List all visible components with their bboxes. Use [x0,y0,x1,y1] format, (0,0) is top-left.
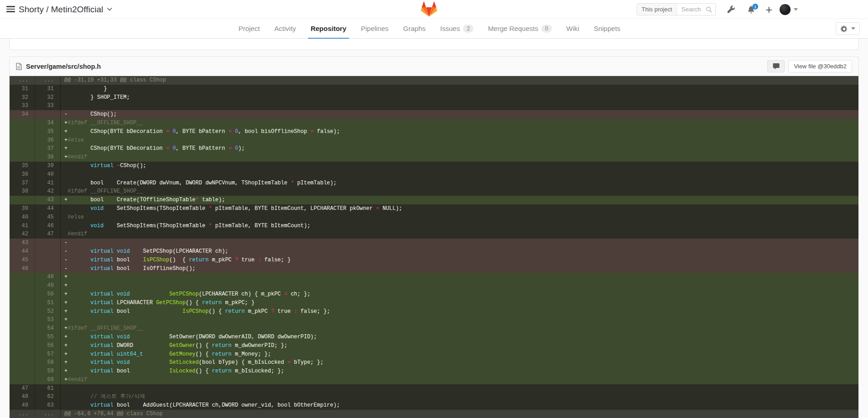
old-line-number[interactable] [10,196,35,204]
new-line-number[interactable] [35,239,61,247]
new-plus-icon[interactable]: + [765,5,772,14]
new-line-number[interactable]: 42 [35,187,61,196]
old-line-number[interactable]: 46 [10,265,35,273]
comment-button[interactable] [767,60,785,72]
new-line-number[interactable]: 33 [35,102,61,110]
old-line-number[interactable] [10,307,35,316]
new-line-number[interactable]: 47 [35,230,61,239]
old-line-number[interactable] [10,127,35,136]
new-line-number[interactable]: 58 [35,358,61,367]
old-line-number[interactable]: 31 [10,85,35,93]
new-line-number[interactable]: 32 [35,93,61,102]
new-line-number[interactable] [35,110,61,119]
old-line-number[interactable] [10,290,35,299]
view-file-button[interactable]: View file @30eddb2 [788,60,852,72]
new-line-number[interactable]: 57 [35,350,61,359]
new-line-number[interactable]: 31 [35,85,61,93]
old-line-number[interactable] [10,119,35,127]
new-line-number[interactable]: 59 [35,367,61,376]
new-line-number[interactable]: 54 [35,324,61,333]
old-line-number[interactable]: 47 [10,384,35,393]
tab-project[interactable]: Project [231,19,267,38]
new-line-number[interactable]: 34 [35,119,61,127]
gitlab-logo-icon[interactable] [421,1,437,17]
new-line-number[interactable]: 48 [35,273,61,281]
new-line-number[interactable]: 41 [35,179,61,188]
old-line-number[interactable]: 39 [10,204,35,213]
old-line-number[interactable]: 43 [10,239,35,247]
old-line-number[interactable] [10,281,35,290]
old-line-number[interactable]: 34 [10,110,35,119]
code-token: NULL); [379,205,402,212]
new-line-number[interactable]: 52 [35,307,61,316]
new-line-number[interactable]: 49 [35,281,61,290]
old-line-number[interactable]: 49 [10,401,35,410]
new-line-number[interactable]: 36 [35,136,61,145]
new-line-number[interactable] [35,256,61,265]
new-line-number[interactable]: 38 [35,153,61,162]
old-line-number[interactable] [10,350,35,359]
new-line-number[interactable]: 37 [35,144,61,153]
new-line-number[interactable]: 43 [35,196,61,204]
tab-repository[interactable]: Repository [303,19,354,38]
old-line-number[interactable] [10,333,35,342]
old-line-number[interactable]: 42 [10,230,35,239]
new-line-number[interactable]: 44 [35,204,61,213]
user-avatar[interactable] [779,4,791,15]
new-line-number[interactable]: 46 [35,222,61,230]
tab-pipelines[interactable]: Pipelines [354,19,396,38]
old-line-number[interactable]: 41 [10,222,35,230]
new-line-number[interactable]: 50 [35,290,61,299]
old-line-number[interactable] [10,299,35,307]
diff-line-content: virtual ~CShop(); [61,162,858,170]
old-line-number[interactable] [10,136,35,145]
new-line-number[interactable] [35,247,61,256]
new-line-number[interactable]: 45 [35,213,61,222]
new-line-number[interactable] [35,265,61,273]
hamburger-menu-icon[interactable] [6,6,15,12]
tab-issues[interactable]: Issues2 [433,19,481,38]
new-line-number[interactable]: 51 [35,299,61,307]
old-line-number[interactable] [10,358,35,367]
code-token: () { [169,257,189,263]
tab-snippets[interactable]: Snippets [586,19,627,38]
new-line-number[interactable]: 40 [35,170,61,179]
new-line-number[interactable]: 55 [35,333,61,342]
new-line-number[interactable]: 56 [35,342,61,350]
old-line-number[interactable] [10,316,35,324]
tab-activity[interactable]: Activity [267,19,303,38]
new-line-number[interactable]: 63 [35,401,61,410]
tab-graphs[interactable]: Graphs [396,19,433,38]
old-line-number[interactable] [10,144,35,153]
old-line-number[interactable]: 44 [10,247,35,256]
new-line-number[interactable]: 35 [35,127,61,136]
old-line-number[interactable]: 40 [10,213,35,222]
old-line-number[interactable] [10,367,35,376]
old-line-number[interactable]: 36 [10,170,35,179]
old-line-number[interactable] [10,273,35,281]
notifications-bell-icon[interactable]: 1 [747,5,755,14]
old-line-number[interactable]: 35 [10,162,35,170]
old-line-number[interactable] [10,376,35,384]
project-title-dropdown[interactable]: Shorty / Metin2Official [19,0,112,19]
old-line-number[interactable]: 38 [10,187,35,196]
tab-wiki[interactable]: Wiki [559,19,586,38]
search-input[interactable]: This project Search [637,3,716,15]
new-line-number[interactable]: 39 [35,162,61,170]
old-line-number[interactable]: 32 [10,93,35,102]
user-menu-caret-icon[interactable] [794,8,798,11]
old-line-number[interactable]: 33 [10,102,35,110]
tab-merge-requests[interactable]: Merge Requests0 [481,19,559,38]
old-line-number[interactable]: 37 [10,179,35,188]
new-line-number[interactable]: 62 [35,393,61,401]
old-line-number[interactable] [10,153,35,162]
old-line-number[interactable]: 45 [10,256,35,265]
new-line-number[interactable]: 60 [35,376,61,384]
new-line-number[interactable]: 53 [35,316,61,324]
new-line-number[interactable]: 61 [35,384,61,393]
admin-wrench-icon[interactable] [727,5,735,13]
old-line-number[interactable] [10,342,35,350]
project-settings-dropdown-button[interactable] [836,22,860,35]
old-line-number[interactable] [10,324,35,333]
old-line-number[interactable]: 48 [10,393,35,401]
